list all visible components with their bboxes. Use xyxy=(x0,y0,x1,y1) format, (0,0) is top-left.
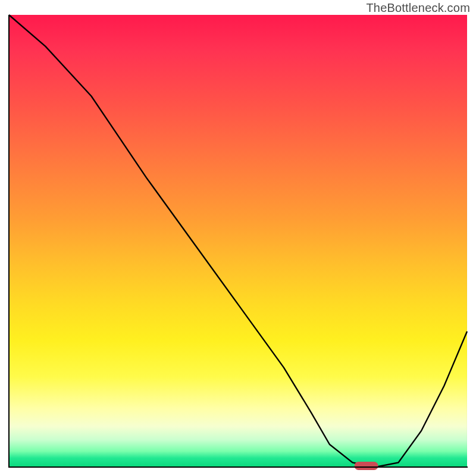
y-axis xyxy=(8,15,10,467)
watermark-text: TheBottleneck.com xyxy=(366,1,470,15)
chart-container: TheBottleneck.com xyxy=(0,0,476,476)
x-axis xyxy=(8,466,468,468)
optimal-marker xyxy=(355,462,378,470)
curve-layer xyxy=(9,15,467,467)
bottleneck-curve xyxy=(9,15,467,467)
